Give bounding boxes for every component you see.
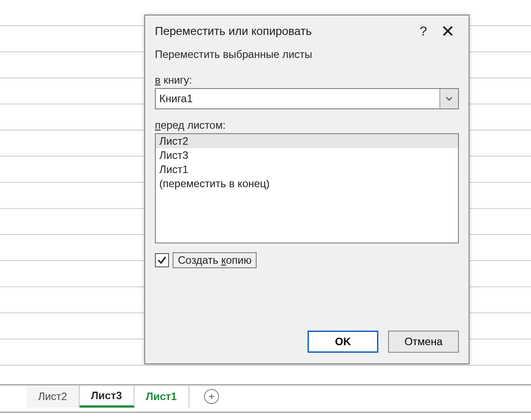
- to-book-combobox[interactable]: Книга1: [155, 88, 459, 109]
- to-book-dropdown-button[interactable]: [439, 89, 458, 108]
- to-book-label: в книгу:: [155, 74, 459, 86]
- to-book-label-rest: книгу:: [161, 74, 192, 86]
- list-item[interactable]: Лист1: [156, 162, 458, 177]
- ok-button[interactable]: OK: [308, 331, 378, 353]
- help-icon: ?: [419, 23, 427, 39]
- before-sheet-label-rest: еред листом:: [161, 119, 226, 131]
- list-item-label: Лист2: [159, 135, 189, 147]
- chevron-down-icon: [446, 96, 453, 101]
- dialog-body: Переместить выбранные листы в книгу: Кни…: [145, 46, 469, 363]
- create-copy-checkbox[interactable]: [155, 253, 169, 267]
- before-sheet-listbox[interactable]: Лист2 Лист3 Лист1 (переместить в конец): [155, 133, 459, 243]
- move-or-copy-dialog: Переместить или копировать ? Переместить…: [144, 15, 469, 364]
- sheet-tab-bar: Лист2 Лист3 Лист1: [0, 384, 531, 411]
- before-sheet-label: перед листом:: [155, 119, 459, 131]
- sheet-tab-label: Лист3: [91, 389, 122, 402]
- cancel-button-label: Отмена: [404, 335, 442, 348]
- list-item-label: Лист3: [159, 149, 189, 161]
- list-item[interactable]: Лист2: [156, 134, 458, 148]
- list-item[interactable]: (переместить в конец): [156, 177, 458, 191]
- sheet-tab-label: Лист2: [38, 390, 67, 403]
- list-item-label: Лист1: [159, 163, 189, 175]
- list-item[interactable]: Лист3: [156, 148, 458, 162]
- cancel-button[interactable]: Отмена: [388, 331, 459, 353]
- to-book-label-ul: в: [155, 74, 161, 86]
- ok-button-label: OK: [335, 335, 351, 348]
- sheet-tab-label: Лист1: [146, 390, 177, 403]
- list-item-label: (переместить в конец): [159, 177, 269, 189]
- sheet-tab-0[interactable]: Лист2: [27, 385, 80, 408]
- add-sheet-button[interactable]: [198, 385, 225, 408]
- before-sheet-label-ul: п: [155, 119, 161, 131]
- to-book-value: Книга1: [156, 89, 439, 108]
- create-copy-label-pre: Создать: [178, 254, 221, 266]
- plus-icon: [204, 389, 219, 404]
- create-copy-label[interactable]: Создать копию: [173, 252, 257, 268]
- help-button[interactable]: ?: [411, 19, 435, 43]
- status-bar-fragment: [0, 412, 531, 420]
- sheet-tab-1[interactable]: Лист3: [80, 385, 135, 408]
- check-icon: [158, 256, 166, 265]
- dialog-title: Переместить или копировать: [155, 24, 411, 38]
- create-copy-label-ul: к: [221, 254, 226, 266]
- close-icon: [442, 25, 454, 37]
- dialog-button-row: OK Отмена: [155, 331, 459, 363]
- dialog-titlebar[interactable]: Переместить или копировать ?: [145, 15, 469, 46]
- sheet-tab-2[interactable]: Лист1: [135, 385, 189, 408]
- create-copy-row: Создать копию: [155, 252, 459, 268]
- close-button[interactable]: [435, 19, 460, 43]
- dialog-instruction: Переместить выбранные листы: [155, 48, 459, 61]
- create-copy-label-post: опию: [226, 254, 252, 266]
